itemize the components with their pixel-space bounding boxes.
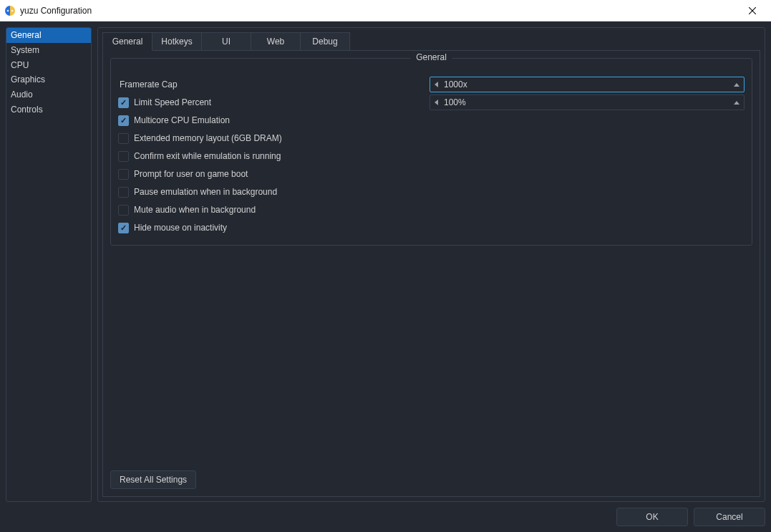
close-button[interactable]	[738, 1, 767, 21]
cancel-button[interactable]: Cancel	[694, 508, 765, 526]
pause-bg-checkbox[interactable]: ✓	[118, 187, 129, 198]
row-pause-bg: ✓ Pause emulation when in background	[118, 184, 745, 200]
content-panel: General Hotkeys UI Web Debug	[97, 27, 765, 502]
hide-mouse-checkbox[interactable]: ✓	[118, 223, 129, 233]
sidebar-item-general[interactable]: General	[6, 28, 91, 43]
dialog-buttons: OK Cancel	[6, 508, 765, 526]
limit-speed-checkbox[interactable]: ✓	[118, 97, 129, 108]
mute-bg-label[interactable]: Mute audio when in background	[134, 205, 256, 215]
tab-general[interactable]: General	[102, 32, 152, 51]
prompt-user-checkbox[interactable]: ✓	[118, 169, 129, 180]
row-mute-bg: ✓ Mute audio when in background	[118, 202, 745, 218]
window-title: yuzu Configuration	[20, 6, 738, 16]
main-area: General System CPU Graphics Audio Contro…	[6, 27, 765, 502]
combo-value: 1000x	[444, 79, 734, 90]
sidebar-item-label: Audio	[11, 90, 33, 100]
tab-label: Debug	[312, 37, 337, 47]
row-confirm-exit: ✓ Confirm exit while emulation is runnin…	[118, 148, 745, 164]
titlebar: yuzu Configuration	[0, 0, 771, 21]
row-limit-speed: ✓ Limit Speed Percent 100%	[118, 95, 745, 110]
prompt-user-label[interactable]: Prompt for user on game boot	[134, 169, 248, 179]
panel-bottom: Reset All Settings	[110, 470, 752, 489]
row-hide-mouse: ✓ Hide mouse on inactivity	[118, 220, 745, 236]
row-prompt-user: ✓ Prompt for user on game boot	[118, 166, 745, 182]
sidebar-item-label: System	[11, 45, 39, 55]
confirm-exit-checkbox[interactable]: ✓	[118, 151, 129, 162]
close-icon	[749, 7, 756, 14]
check-icon: ✓	[120, 117, 127, 125]
confirm-exit-label[interactable]: Confirm exit while emulation is running	[134, 151, 281, 161]
tab-hotkeys[interactable]: Hotkeys	[152, 32, 202, 51]
tab-label: UI	[222, 37, 231, 47]
app-icon	[4, 5, 16, 16]
pause-bg-label[interactable]: Pause emulation when in background	[134, 187, 277, 197]
svg-point-0	[7, 9, 9, 11]
tab-label: Web	[267, 37, 284, 47]
sidebar: General System CPU Graphics Audio Contro…	[6, 27, 92, 502]
hide-mouse-label[interactable]: Hide mouse on inactivity	[134, 223, 227, 233]
extmem-label[interactable]: Extended memory layout (6GB DRAM)	[134, 133, 282, 143]
combo-value: 100%	[444, 97, 734, 107]
chevron-up-icon	[734, 83, 740, 87]
tab-label: General	[112, 37, 143, 47]
row-multicore: ✓ Multicore CPU Emulation	[118, 112, 745, 128]
row-framerate-cap: Framerate Cap 1000x	[118, 77, 745, 92]
sidebar-item-cpu[interactable]: CPU	[6, 58, 91, 73]
mute-bg-checkbox[interactable]: ✓	[118, 205, 129, 216]
tab-web[interactable]: Web	[251, 32, 301, 51]
sidebar-item-label: CPU	[11, 60, 29, 70]
limit-speed-combo[interactable]: 100%	[430, 95, 745, 110]
sidebar-item-graphics[interactable]: Graphics	[6, 72, 91, 87]
tab-debug[interactable]: Debug	[300, 32, 350, 51]
sidebar-item-label: Graphics	[11, 74, 45, 84]
check-icon: ✓	[120, 99, 127, 107]
ok-button[interactable]: OK	[616, 508, 688, 526]
sidebar-item-controls[interactable]: Controls	[6, 102, 91, 117]
framerate-cap-label: Framerate Cap	[118, 79, 178, 90]
config-window: yuzu Configuration General System CPU	[0, 0, 771, 532]
tab-label: Hotkeys	[161, 37, 192, 47]
group-general: General Framerate Cap 1000x	[110, 58, 752, 246]
svg-point-1	[11, 9, 14, 11]
window-body: General System CPU Graphics Audio Contro…	[0, 21, 771, 532]
multicore-label[interactable]: Multicore CPU Emulation	[134, 115, 230, 125]
check-icon: ✓	[120, 224, 127, 232]
chevron-left-icon	[435, 82, 438, 87]
sidebar-item-audio[interactable]: Audio	[6, 87, 91, 102]
sidebar-item-label: General	[11, 30, 42, 40]
multicore-checkbox[interactable]: ✓	[118, 115, 129, 126]
limit-speed-label[interactable]: Limit Speed Percent	[134, 97, 211, 107]
chevron-up-icon	[734, 101, 740, 105]
reset-all-button[interactable]: Reset All Settings	[110, 470, 196, 489]
sidebar-item-label: Controls	[11, 105, 43, 115]
tabbar: General Hotkeys UI Web Debug	[98, 28, 765, 50]
row-extmem: ✓ Extended memory layout (6GB DRAM)	[118, 130, 745, 146]
tab-panel-general: General Framerate Cap 1000x	[102, 50, 760, 497]
sidebar-item-system[interactable]: System	[6, 43, 91, 58]
group-title: General	[410, 52, 452, 62]
extmem-checkbox[interactable]: ✓	[118, 133, 129, 144]
chevron-left-icon	[435, 100, 438, 105]
tab-ui[interactable]: UI	[201, 32, 251, 51]
framerate-cap-combo[interactable]: 1000x	[430, 77, 745, 92]
